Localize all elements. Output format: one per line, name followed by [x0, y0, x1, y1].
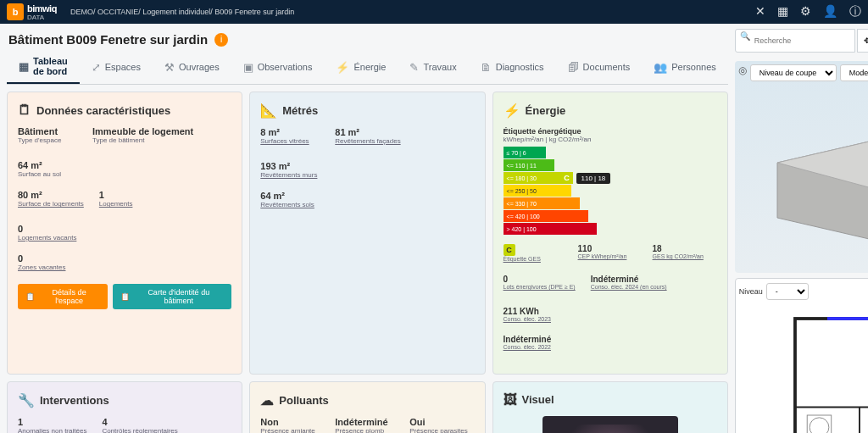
niveau-coupe-select[interactable]: Niveau de coupe [750, 64, 837, 81]
search-icon: 🔍 [740, 31, 750, 41]
mode-selection-select[interactable]: Mode de sélection [840, 64, 868, 81]
data-item[interactable]: IndéterminéPrésence plomb [335, 417, 394, 433]
logo: b bimwiq DATA DEMO/ OCCITANIE/ Logement … [7, 3, 294, 21]
gear-icon[interactable]: ⚙ [800, 4, 811, 19]
tab-énergie[interactable]: ⚡Énergie [324, 50, 398, 84]
title-info-icon[interactable]: i [214, 33, 228, 47]
data-item[interactable]: IndéterminéConso. élec. 2024 (en cours) [591, 275, 667, 291]
data-item[interactable]: IndéterminéConso. élec. 2022 [504, 335, 563, 351]
data-item[interactable]: 110CEP kWhep/m²/an [578, 244, 637, 263]
data-item[interactable]: 0Lots énergivores (DPE ≥ E) [504, 275, 576, 291]
card-title: Données caractéristiques [36, 104, 170, 117]
image-icon: 🖼 [504, 392, 517, 408]
viewer-2d-plan[interactable]: Niveau - 🔍 ⊞ [735, 278, 868, 433]
data-item: BâtimentType d'espace [18, 126, 77, 145]
data-item[interactable]: 1Logements [99, 190, 159, 208]
tab-ouvrages[interactable]: ⚒Ouvrages [153, 50, 231, 84]
energy-label: Étiquette énergétique [504, 127, 717, 136]
floorplan [739, 303, 868, 433]
tabs: ▦Tableau de bord⤢Espaces⚒Ouvrages▣Observ… [7, 50, 728, 85]
data-item[interactable]: 18GES kg CO2/m²/an [653, 244, 712, 263]
data-item[interactable]: 0Zones vacantes [18, 253, 77, 272]
tab-tableau-de-bord[interactable]: ▦Tableau de bord [7, 50, 80, 84]
energy-unit: kWhep/m²/an | kg CO2/m²/an [504, 136, 717, 143]
energy-bar-e: <= 330 | 70 [504, 197, 580, 209]
data-item[interactable]: CÉtiquette GES [504, 244, 563, 263]
search-input[interactable] [735, 29, 855, 53]
data-item: 64 m²Surface au sol [18, 160, 77, 179]
data-item[interactable]: 4Contrôles règlementaires urgents [102, 417, 178, 433]
card-visuel: 🖼Visuel 🖼 Modifier l'image 🗑 Supprimer l… [492, 381, 728, 433]
breadcrumb[interactable]: DEMO/ OCCITANIE/ Logement individuel/ B0… [70, 8, 294, 16]
energy-current-bubble: 110 | 18 [576, 173, 611, 184]
card-title: Métrés [282, 104, 318, 117]
carte-identite-button[interactable]: 📋 Carte d'identité du bâtiment [113, 284, 231, 309]
logo-icon: b [7, 3, 24, 20]
data-item[interactable]: NonPrésence amiante [260, 417, 320, 433]
tab-documents[interactable]: 🗐Documents [556, 50, 643, 84]
card-donnees: 🗒Données caractéristiques BâtimentType d… [7, 92, 242, 375]
energy-bar-g: > 420 | 100 [504, 223, 597, 235]
data-item[interactable]: OuiPrésence parasites [409, 417, 469, 433]
flask-icon: ☁ [260, 392, 274, 408]
niveau-select[interactable]: - [766, 283, 809, 300]
energy-bar-c: <= 180 | 30 [504, 172, 563, 184]
ruler-icon: 📐 [260, 103, 277, 119]
nav-mode-button[interactable]: ✥ Navigation [857, 29, 868, 53]
svg-rect-5 [827, 317, 868, 320]
user-icon[interactable]: 👤 [823, 4, 837, 19]
data-item[interactable]: 80 m²Surface de logements [18, 190, 84, 208]
data-item[interactable]: 8 m²Surfaces vitrées [260, 127, 320, 146]
tab-observations[interactable]: ▣Observations [231, 50, 325, 84]
bolt-icon: ⚡ [504, 103, 520, 119]
tab-personnes[interactable]: 👥Personnes [642, 50, 728, 84]
card-title: Polluants [279, 394, 329, 407]
card-title: Interventions [40, 394, 109, 407]
tab-espaces[interactable]: ⤢Espaces [80, 50, 153, 84]
tab-travaux[interactable]: ✎Travaux [398, 50, 468, 84]
card-title: Visuel [522, 393, 554, 406]
visual-thumbnail[interactable] [542, 416, 678, 433]
data-item[interactable]: 211 KWhConso. élec. 2023 [504, 307, 563, 323]
logo-brand: bimwiq [27, 3, 57, 14]
card-polluants: ☁Polluants NonPrésence amianteIndétermin… [249, 381, 485, 433]
tab-diagnostics[interactable]: 🗎Diagnostics [469, 50, 556, 84]
card-interventions: 🔧Interventions 1Anomalies non traitées4C… [7, 381, 242, 433]
energy-bar-a: ≤ 70 | 6 [504, 147, 546, 158]
energy-bar-f: <= 420 | 100 [504, 210, 588, 222]
card-energie: ⚡Énergie Étiquette énergétique kWhep/m²/… [492, 92, 728, 375]
svg-point-15 [810, 418, 829, 433]
clipboard-icon: 🗒 [18, 103, 31, 118]
data-item[interactable]: 81 m²Revêtements façades [335, 127, 400, 146]
data-item[interactable]: 0Logements vacants [18, 224, 77, 242]
data-item[interactable]: 193 m²Revêtements murs [260, 161, 320, 180]
energy-bar-b: <= 110 | 11 [504, 159, 554, 171]
espace-details-button[interactable]: 📋 Détails de l'espace [18, 284, 108, 309]
data-item[interactable]: 1Anomalies non traitées [18, 417, 86, 433]
wrench-icon: 🔧 [18, 392, 35, 408]
data-item[interactable]: 64 m²Revêtements sols [260, 191, 320, 209]
tools-icon[interactable]: ✕ [755, 4, 765, 19]
page-title: Bâtiment B009 Fenetre sur jardin [8, 32, 208, 47]
viewer-3d[interactable]: ◎ Niveau de coupe Mode de sélection ◫ Is… [735, 61, 868, 273]
grid-icon[interactable]: ▦ [777, 4, 788, 19]
energy-bar-d: <= 250 | 50 [504, 185, 571, 197]
target-icon[interactable]: ◎ [738, 64, 747, 81]
building-3d-model [760, 112, 868, 247]
data-item: Immeuble de logementType de bâtiment [92, 126, 193, 145]
card-metres: 📐Métrés 8 m²Surfaces vitrées81 m²Revêtem… [249, 92, 485, 375]
niveau-label: Niveau [739, 287, 763, 296]
energy-bars: ≤ 70 | 6<= 110 | 11<= 180 | 30C110 | 18<… [504, 147, 717, 236]
info-icon[interactable]: ⓘ [849, 4, 861, 19]
logo-sub: DATA [27, 14, 57, 21]
card-title: Énergie [526, 104, 566, 117]
